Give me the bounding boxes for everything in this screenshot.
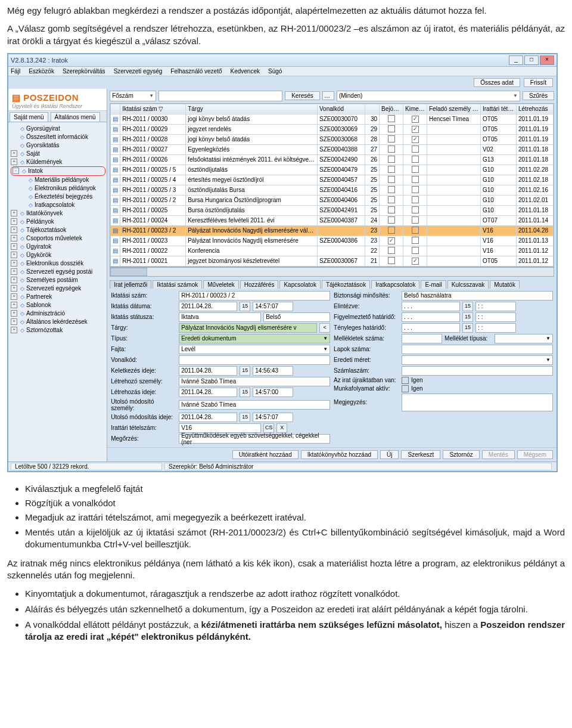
fld-elintezve-t[interactable]: : : — [475, 302, 516, 311]
calendar-icon[interactable]: 15 — [240, 413, 250, 422]
calendar-icon[interactable]: 15 — [240, 388, 250, 397]
fld-fajta[interactable]: Levél▼ — [179, 345, 330, 354]
fld-letrehozas[interactable]: 2011.04.28. — [179, 388, 237, 397]
tree-node[interactable]: ◇Gyorsügyirat — [11, 125, 105, 133]
col-kimeno[interactable]: Kimenő? — [403, 104, 427, 114]
calendar-icon[interactable]: 15 — [462, 323, 473, 333]
dtab-jellemzoi[interactable]: Irat jellemzői — [110, 280, 151, 289]
table-row[interactable]: ▤RH-2011 / 00023 / 2Pályázat Innovációs … — [111, 225, 554, 236]
table-row[interactable]: ▤RH-2011 / 00027EgyenlegközlésSZE0004038… — [111, 144, 554, 154]
fld-status2[interactable]: Belső — [263, 312, 330, 322]
tree-node[interactable]: +◇Ügyiratok — [11, 243, 105, 251]
fld-biztonsag[interactable]: Belső használatra — [402, 291, 553, 301]
menu-item[interactable]: Felhasználó vezető — [170, 68, 222, 75]
table-row[interactable]: ▤RH-2011 / 00025 / 4értesítés megyei ösz… — [111, 175, 554, 185]
fld-mellszam[interactable] — [402, 334, 442, 343]
scope-combo[interactable]: (Minden)▼ — [337, 91, 520, 101]
tree-node[interactable]: ◇Gyorsiktatás — [11, 141, 105, 150]
dtab-hozzaferes[interactable]: Hozzáférés — [240, 280, 279, 289]
tree-node[interactable]: +◇Iktatókönyvek — [11, 209, 105, 218]
tree-node[interactable]: +◇Partnerek — [11, 293, 105, 301]
sztorno-button[interactable]: Sztornóz — [443, 450, 479, 459]
tab-own-menu[interactable]: Saját menü — [10, 112, 48, 122]
col-bejovo[interactable]: Bejövő? — [380, 104, 403, 114]
tree-node[interactable]: +◇Saját — [11, 150, 105, 158]
utoirat-button[interactable]: Utóiratként hozzáad — [232, 450, 299, 459]
col-vonalkod[interactable]: Vonalkód — [318, 104, 365, 114]
tree-node[interactable]: ◇Összesített információk — [11, 133, 105, 141]
fld-iktatasi-szam[interactable]: RH-2011 / 00023 / 2 — [179, 291, 330, 301]
minimize-button[interactable]: _ — [509, 55, 523, 65]
fld-status[interactable]: Iktatva — [179, 312, 261, 322]
tree-node[interactable]: ◇Elektronikus példányok — [11, 184, 105, 193]
table-row[interactable]: ▤RH-2011 / 00030jogi könyv belső átadásS… — [111, 114, 554, 124]
iktatokonyv-button[interactable]: Iktatókönyvhöz hozzáad — [301, 450, 378, 459]
save-button[interactable]: Mentés — [482, 450, 515, 459]
fld-vonalkod[interactable] — [179, 355, 330, 365]
tree-node[interactable]: +◇Tájékoztatások — [11, 226, 105, 234]
col-iktatasi[interactable]: Iktatási szám ▽ — [120, 104, 186, 114]
fld-iktatas-time[interactable]: 14:57:07 — [253, 302, 293, 311]
chk-ujra[interactable] — [402, 377, 409, 384]
dtab-tajek[interactable]: Tájékoztatások — [322, 280, 370, 289]
tree-node[interactable]: +◇Általános lekérdezések — [11, 318, 105, 326]
tree-node[interactable]: ◇Iratkapcsolatok — [11, 201, 105, 209]
tree-node[interactable]: +◇Ügykörök — [11, 251, 105, 259]
menu-item[interactable]: Súgó — [268, 68, 282, 75]
edit-button[interactable]: Szerkeszt — [401, 450, 440, 459]
calendar-icon[interactable]: 15 — [462, 302, 473, 311]
table-row[interactable]: ▤RH-2011 / 00029jegyzet rendelésSZE00030… — [111, 124, 554, 134]
menu-item[interactable]: Fájl — [11, 68, 20, 75]
x-button[interactable]: X — [276, 423, 287, 433]
all-data-button[interactable]: Összes adat — [474, 78, 520, 87]
filter-button[interactable]: Szűrés — [523, 91, 554, 100]
fld-elintezve[interactable]: . . . — [402, 302, 460, 311]
dtab-mutatok[interactable]: Mutatók — [490, 280, 520, 289]
fld-letrehozas-t[interactable]: 14:57:00 — [253, 388, 293, 397]
search-button[interactable]: Keresés — [285, 91, 320, 100]
tree-node[interactable]: ◇Materiális példányok — [11, 176, 105, 184]
calendar-icon[interactable]: 15 — [462, 312, 473, 322]
dtab-email[interactable]: E-mail — [421, 280, 446, 289]
tree-node[interactable]: +◇Elektronikus dossziék — [11, 259, 105, 268]
tree-node[interactable]: +◇Küldemények — [11, 158, 105, 166]
fld-megj[interactable] — [402, 394, 553, 411]
table-row[interactable]: ▤RH-2011 / 00025 / 2Bursa Hungarica Öszt… — [111, 195, 554, 205]
table-row[interactable]: ▤RH-2011 / 00025 / 3ösztöndíjutalás Burs… — [111, 185, 554, 195]
fld-irattari[interactable]: V16 — [179, 423, 261, 433]
fld-tenyhat-t[interactable]: : : — [475, 323, 516, 333]
search-input[interactable] — [158, 91, 282, 101]
records-grid[interactable]: Iktatási szám ▽ Tárgy Vonalkód Bejövő? K… — [110, 103, 554, 267]
fld-modosito[interactable]: Ivánné Szabó Tímea — [179, 400, 330, 410]
fld-tenyhat[interactable]: . . . — [402, 323, 460, 333]
fld-modositas[interactable]: 2011.04.28. — [179, 413, 237, 422]
cs-button[interactable]: CS — [263, 423, 274, 433]
fld-szamla[interactable] — [402, 366, 553, 376]
tree-node[interactable]: +◇Csoportos műveletek — [11, 234, 105, 243]
dtab-kapcsolatok[interactable]: Kapcsolatok — [279, 280, 320, 289]
table-row[interactable]: ▤RH-2011 / 00023Pályázat Innovációs Nagy… — [111, 236, 554, 246]
table-row[interactable]: ▤RH-2011 / 00024Keresztféléves felvételi… — [111, 215, 554, 225]
fld-iktatas-datuma[interactable]: 2011.04.28. — [179, 302, 237, 311]
fld-figyhat-t[interactable]: : : — [475, 312, 516, 322]
horizontal-scrollbar[interactable] — [110, 267, 554, 277]
fld-tipus[interactable]: Eredeti dokumentum▼ — [179, 334, 330, 343]
fld-melltip[interactable]: ▼ — [495, 334, 553, 343]
fld-lapok[interactable] — [402, 345, 553, 354]
menu-item[interactable]: Szervezeti egység — [114, 68, 163, 75]
table-row[interactable]: ▤RH-2011 / 00025Bursa ösztöndíjutalásSZE… — [111, 205, 554, 215]
dtab-muveletek[interactable]: Műveletek — [203, 280, 239, 289]
main-number-combo[interactable]: Főszám▼ — [110, 91, 156, 101]
col-letrehozas[interactable]: Létrehozás — [517, 104, 554, 114]
col-irattari[interactable]: Irattári tétel... — [481, 104, 517, 114]
table-row[interactable]: ▤RH-2011 / 00028jogi könyv belső átadásS… — [111, 134, 554, 144]
table-row[interactable]: ▤RH-2011 / 00025 / 5ösztöndíjutalásSZE00… — [111, 165, 554, 175]
tree-node[interactable]: +◇Sablonok — [11, 301, 105, 309]
tree-node[interactable]: ◇Érkeztetési bejegyzés — [11, 193, 105, 201]
dtab-kulcs[interactable]: Kulcsszavak — [447, 280, 489, 289]
tree-node[interactable]: -◇Iratok — [11, 166, 105, 176]
fld-megorzes[interactable]: Együttműködések egyéb szövetséggekkel, c… — [179, 434, 330, 444]
tree-node[interactable]: +◇Személyes postáim — [11, 276, 105, 284]
fld-letrehozo[interactable]: Ivánné Szabó Tímea — [179, 377, 330, 386]
chk-munka[interactable] — [402, 385, 409, 392]
